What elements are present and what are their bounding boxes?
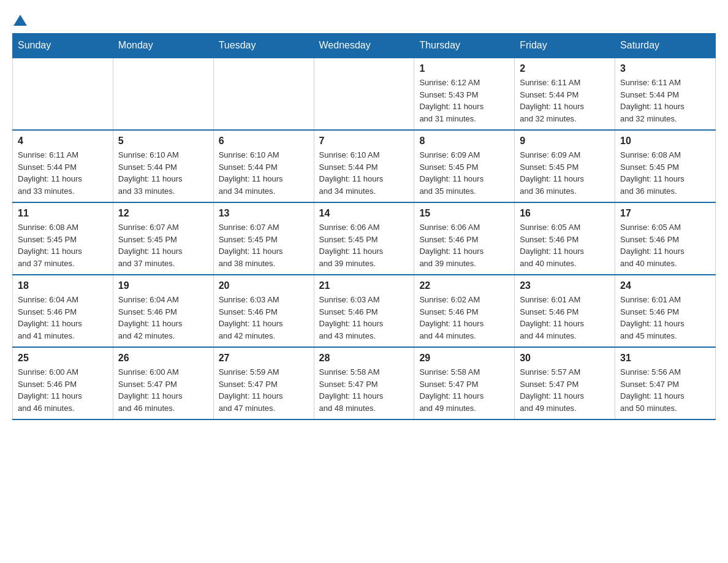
weekday-header-sunday: Sunday [13, 34, 113, 58]
day-number: 2 [520, 63, 610, 74]
day-number: 4 [18, 136, 108, 147]
day-info: Sunrise: 5:56 AM Sunset: 5:47 PM Dayligh… [620, 366, 710, 414]
calendar-cell [113, 58, 213, 130]
day-number: 19 [118, 280, 208, 291]
day-info: Sunrise: 6:11 AM Sunset: 5:44 PM Dayligh… [18, 149, 108, 197]
day-info: Sunrise: 6:09 AM Sunset: 5:45 PM Dayligh… [419, 149, 509, 197]
calendar-cell: 2Sunrise: 6:11 AM Sunset: 5:44 PM Daylig… [515, 58, 615, 130]
day-number: 16 [520, 208, 610, 219]
day-info: Sunrise: 6:08 AM Sunset: 5:45 PM Dayligh… [18, 221, 108, 269]
calendar-cell: 14Sunrise: 6:06 AM Sunset: 5:45 PM Dayli… [314, 202, 414, 275]
day-info: Sunrise: 6:01 AM Sunset: 5:46 PM Dayligh… [520, 294, 610, 342]
day-info: Sunrise: 6:10 AM Sunset: 5:44 PM Dayligh… [118, 149, 208, 197]
weekday-header-wednesday: Wednesday [314, 34, 414, 58]
day-number: 7 [319, 136, 409, 147]
day-info: Sunrise: 6:07 AM Sunset: 5:45 PM Dayligh… [219, 221, 309, 269]
day-number: 13 [219, 208, 309, 219]
day-info: Sunrise: 6:11 AM Sunset: 5:44 PM Dayligh… [620, 77, 710, 124]
day-number: 28 [319, 353, 409, 364]
day-number: 31 [620, 353, 710, 364]
weekday-header-saturday: Saturday [615, 34, 716, 58]
day-number: 11 [18, 208, 108, 219]
calendar-cell: 9Sunrise: 6:09 AM Sunset: 5:45 PM Daylig… [515, 130, 615, 202]
calendar-cell: 31Sunrise: 5:56 AM Sunset: 5:47 PM Dayli… [615, 347, 716, 419]
calendar-cell: 17Sunrise: 6:05 AM Sunset: 5:46 PM Dayli… [615, 202, 716, 275]
logo [12, 12, 27, 27]
weekday-header-friday: Friday [515, 34, 615, 58]
calendar-cell: 21Sunrise: 6:03 AM Sunset: 5:46 PM Dayli… [314, 275, 414, 347]
day-number: 22 [419, 280, 509, 291]
calendar-cell: 25Sunrise: 6:00 AM Sunset: 5:46 PM Dayli… [13, 347, 113, 419]
day-info: Sunrise: 5:58 AM Sunset: 5:47 PM Dayligh… [319, 366, 409, 414]
day-number: 10 [620, 136, 710, 147]
day-info: Sunrise: 6:00 AM Sunset: 5:46 PM Dayligh… [18, 366, 108, 414]
calendar-cell: 20Sunrise: 6:03 AM Sunset: 5:46 PM Dayli… [213, 275, 314, 347]
day-info: Sunrise: 6:09 AM Sunset: 5:45 PM Dayligh… [520, 149, 610, 197]
calendar-cell: 4Sunrise: 6:11 AM Sunset: 5:44 PM Daylig… [13, 130, 113, 202]
day-info: Sunrise: 6:05 AM Sunset: 5:46 PM Dayligh… [520, 221, 610, 269]
weekday-header-monday: Monday [113, 34, 213, 58]
calendar-cell: 26Sunrise: 6:00 AM Sunset: 5:47 PM Dayli… [113, 347, 213, 419]
calendar-week-row: 4Sunrise: 6:11 AM Sunset: 5:44 PM Daylig… [13, 130, 716, 202]
calendar-cell: 27Sunrise: 5:59 AM Sunset: 5:47 PM Dayli… [213, 347, 314, 419]
calendar-week-row: 25Sunrise: 6:00 AM Sunset: 5:46 PM Dayli… [13, 347, 716, 419]
day-number: 29 [419, 353, 509, 364]
day-number: 23 [520, 280, 610, 291]
day-number: 25 [18, 353, 108, 364]
day-info: Sunrise: 6:12 AM Sunset: 5:43 PM Dayligh… [419, 77, 509, 124]
day-number: 9 [520, 136, 610, 147]
calendar-cell: 1Sunrise: 6:12 AM Sunset: 5:43 PM Daylig… [414, 58, 515, 130]
day-info: Sunrise: 6:03 AM Sunset: 5:46 PM Dayligh… [219, 294, 309, 342]
day-info: Sunrise: 6:10 AM Sunset: 5:44 PM Dayligh… [319, 149, 409, 197]
calendar-table: SundayMondayTuesdayWednesdayThursdayFrid… [12, 33, 716, 420]
day-number: 14 [319, 208, 409, 219]
day-info: Sunrise: 6:01 AM Sunset: 5:46 PM Dayligh… [620, 294, 710, 342]
day-info: Sunrise: 5:58 AM Sunset: 5:47 PM Dayligh… [419, 366, 509, 414]
day-info: Sunrise: 6:04 AM Sunset: 5:46 PM Dayligh… [18, 294, 108, 342]
day-info: Sunrise: 6:04 AM Sunset: 5:46 PM Dayligh… [118, 294, 208, 342]
calendar-cell: 18Sunrise: 6:04 AM Sunset: 5:46 PM Dayli… [13, 275, 113, 347]
calendar-cell: 28Sunrise: 5:58 AM Sunset: 5:47 PM Dayli… [314, 347, 414, 419]
logo-triangle-icon [13, 13, 27, 27]
day-number: 5 [118, 136, 208, 147]
calendar-cell: 15Sunrise: 6:06 AM Sunset: 5:46 PM Dayli… [414, 202, 515, 275]
day-number: 17 [620, 208, 710, 219]
calendar-cell: 16Sunrise: 6:05 AM Sunset: 5:46 PM Dayli… [515, 202, 615, 275]
day-info: Sunrise: 6:10 AM Sunset: 5:44 PM Dayligh… [219, 149, 309, 197]
day-number: 6 [219, 136, 309, 147]
calendar-cell: 13Sunrise: 6:07 AM Sunset: 5:45 PM Dayli… [213, 202, 314, 275]
calendar-cell: 19Sunrise: 6:04 AM Sunset: 5:46 PM Dayli… [113, 275, 213, 347]
calendar-cell: 8Sunrise: 6:09 AM Sunset: 5:45 PM Daylig… [414, 130, 515, 202]
day-number: 27 [219, 353, 309, 364]
day-info: Sunrise: 6:00 AM Sunset: 5:47 PM Dayligh… [118, 366, 208, 414]
calendar-cell: 22Sunrise: 6:02 AM Sunset: 5:46 PM Dayli… [414, 275, 515, 347]
day-number: 18 [18, 280, 108, 291]
day-number: 20 [219, 280, 309, 291]
day-info: Sunrise: 6:07 AM Sunset: 5:45 PM Dayligh… [118, 221, 208, 269]
calendar-cell [213, 58, 314, 130]
day-number: 8 [419, 136, 509, 147]
svg-marker-0 [13, 15, 27, 26]
day-number: 21 [319, 280, 409, 291]
calendar-cell: 24Sunrise: 6:01 AM Sunset: 5:46 PM Dayli… [615, 275, 716, 347]
day-number: 30 [520, 353, 610, 364]
calendar-cell: 30Sunrise: 5:57 AM Sunset: 5:47 PM Dayli… [515, 347, 615, 419]
day-info: Sunrise: 5:57 AM Sunset: 5:47 PM Dayligh… [520, 366, 610, 414]
day-info: Sunrise: 6:02 AM Sunset: 5:46 PM Dayligh… [419, 294, 509, 342]
calendar-week-row: 1Sunrise: 6:12 AM Sunset: 5:43 PM Daylig… [13, 58, 716, 130]
calendar-cell: 12Sunrise: 6:07 AM Sunset: 5:45 PM Dayli… [113, 202, 213, 275]
day-info: Sunrise: 6:11 AM Sunset: 5:44 PM Dayligh… [520, 77, 610, 124]
day-number: 12 [118, 208, 208, 219]
calendar-cell [314, 58, 414, 130]
calendar-cell: 3Sunrise: 6:11 AM Sunset: 5:44 PM Daylig… [615, 58, 716, 130]
day-number: 24 [620, 280, 710, 291]
day-number: 15 [419, 208, 509, 219]
calendar-week-row: 11Sunrise: 6:08 AM Sunset: 5:45 PM Dayli… [13, 202, 716, 275]
day-info: Sunrise: 6:06 AM Sunset: 5:46 PM Dayligh… [419, 221, 509, 269]
calendar-cell: 10Sunrise: 6:08 AM Sunset: 5:45 PM Dayli… [615, 130, 716, 202]
day-info: Sunrise: 5:59 AM Sunset: 5:47 PM Dayligh… [219, 366, 309, 414]
day-number: 3 [620, 63, 710, 74]
weekday-header-thursday: Thursday [414, 34, 515, 58]
page-header [12, 12, 716, 27]
day-info: Sunrise: 6:06 AM Sunset: 5:45 PM Dayligh… [319, 221, 409, 269]
